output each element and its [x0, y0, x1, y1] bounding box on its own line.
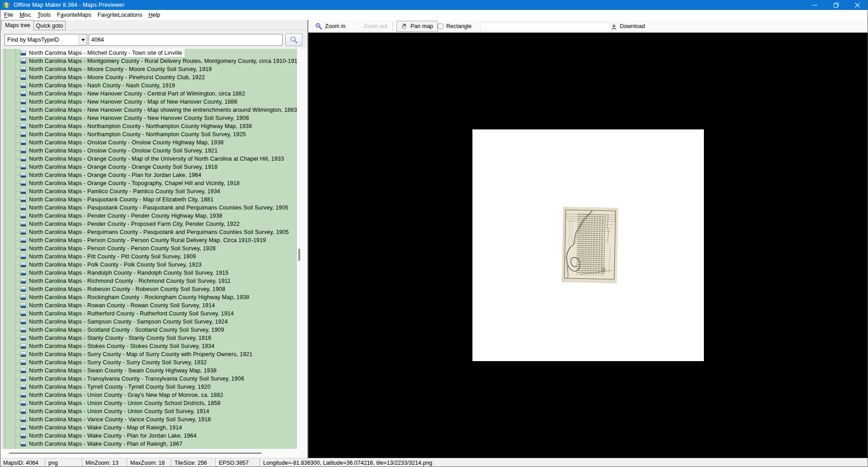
map-list-item[interactable]: North Carolina Maps - Onslow County - On… — [3, 147, 297, 155]
map-list-item[interactable]: North Carolina Maps - Pasquotank County … — [3, 195, 297, 204]
toolbar-input[interactable] — [480, 22, 609, 31]
map-list-item[interactable]: North Carolina Maps - Pender County - Pr… — [3, 220, 297, 228]
map-list-item[interactable]: North Carolina Maps - Union County - Uni… — [3, 399, 297, 407]
map-list-item[interactable]: North Carolina Maps - Person County - Pe… — [3, 236, 297, 244]
map-item-label: North Carolina Maps - New Hanover County… — [29, 98, 237, 106]
tab-maps-tree[interactable]: Maps tree — [1, 20, 34, 30]
map-list-item[interactable]: North Carolina Maps - New Hanover County… — [3, 90, 297, 98]
tree-connector — [15, 281, 20, 281]
map-list-item[interactable]: North Carolina Maps - Robeson County - R… — [3, 285, 297, 293]
map-list-item[interactable]: North Carolina Maps - Randolph County - … — [3, 269, 297, 277]
map-list-item[interactable]: North Carolina Maps - Pamlico County - P… — [3, 187, 297, 195]
map-list-item[interactable]: North Carolina Maps - New Hanover County… — [3, 106, 297, 114]
download-button[interactable]: Download — [611, 23, 645, 29]
map-item-icon — [20, 392, 26, 398]
map-item-label: North Carolina Maps - Randolph County - … — [29, 269, 229, 277]
map-list-item[interactable]: North Carolina Maps - Transylvania Count… — [3, 375, 297, 383]
map-item-label: North Carolina Maps - Tyrrell County - T… — [29, 383, 211, 391]
map-list-item[interactable]: North Carolina Maps - Pender County - Pe… — [3, 212, 297, 220]
map-list-item[interactable]: North Carolina Maps - Orange County - Or… — [3, 163, 297, 171]
download-icon — [611, 23, 617, 29]
map-item-icon — [20, 270, 26, 276]
tree-connector — [15, 362, 20, 363]
map-item-icon — [20, 254, 26, 259]
map-list-item[interactable]: North Carolina Maps - Rutherford County … — [3, 310, 297, 318]
tree-connector — [15, 273, 20, 273]
rectangle-button[interactable]: Rectangle — [438, 23, 472, 29]
map-list-item[interactable]: North Carolina Maps - Vance County - Van… — [3, 415, 297, 424]
map-list-item[interactable]: North Carolina Maps - Mitchell County - … — [3, 49, 297, 57]
map-list-item[interactable]: North Carolina Maps - Polk County - Polk… — [3, 261, 297, 269]
map-item-icon — [20, 229, 26, 235]
map-list-item[interactable]: North Carolina Maps - Orange County - Ma… — [3, 155, 297, 163]
map-list-item[interactable]: North Carolina Maps - Stanly County - St… — [3, 334, 297, 342]
restore-button[interactable] — [826, 0, 847, 10]
dropdown-arrow-icon[interactable] — [79, 34, 87, 45]
search-input[interactable] — [89, 34, 283, 46]
map-toolbar: Zoom in Zoom out Pan map Rectangle Downl… — [308, 20, 868, 33]
map-list-item[interactable]: North Carolina Maps - Northampton County… — [3, 130, 297, 138]
menu-item[interactable]: Help — [148, 12, 160, 18]
map-list-item[interactable]: North Carolina Maps - New Hanover County… — [3, 98, 297, 106]
status-bar: MapsID: 4064pngMinZoom: 13MaxZoom: 18Til… — [0, 458, 868, 467]
map-list-item[interactable]: North Carolina Maps - Moore County - Moo… — [3, 65, 297, 73]
map-list-item[interactable]: North Carolina Maps - Pitt County - Pitt… — [3, 253, 297, 261]
map-item-label: North Carolina Maps - Rutherford County … — [29, 310, 234, 318]
map-list-item[interactable]: North Carolina Maps - Swain County - Swa… — [3, 367, 297, 375]
tree-connector — [15, 411, 20, 412]
map-item-label: North Carolina Maps - Orange County - Or… — [29, 163, 217, 171]
menu-item[interactable]: Tools — [38, 12, 51, 18]
tab-quick-goto[interactable]: Quick goto — [34, 21, 66, 30]
map-list-item[interactable]: North Carolina Maps - Perquimans County … — [3, 228, 297, 236]
find-by-dropdown[interactable]: Find by MapsTypeID — [5, 34, 87, 46]
tree-connector — [15, 232, 20, 233]
map-canvas[interactable] — [308, 33, 868, 458]
map-list-item[interactable]: North Carolina Maps - Tyrrell County - T… — [3, 383, 297, 391]
menu-item[interactable]: FavoriteLocations — [98, 12, 142, 18]
map-list-item[interactable]: North Carolina Maps - Person County - Pe… — [3, 244, 297, 253]
minimize-button[interactable] — [804, 0, 826, 10]
map-list-item[interactable]: North Carolina Maps - Union County - Gra… — [3, 391, 297, 399]
map-item-label: North Carolina Maps - Pender County - Pe… — [29, 212, 222, 220]
map-list-item[interactable]: North Carolina Maps - Orange County - To… — [3, 179, 297, 187]
map-list-item[interactable]: North Carolina Maps - Scotland County - … — [3, 326, 297, 334]
map-list-item[interactable]: North Carolina Maps - New Hanover County… — [3, 114, 297, 122]
map-list-item[interactable]: North Carolina Maps - Wake County - Plan… — [3, 432, 297, 440]
zoom-in-button[interactable]: Zoom in — [315, 23, 345, 30]
map-list-item[interactable]: North Carolina Maps - Surry County - Sur… — [3, 358, 297, 367]
map-list-item[interactable]: North Carolina Maps - Wake County - Map … — [3, 424, 297, 432]
map-list-item[interactable]: North Carolina Maps - Rockingham County … — [3, 293, 297, 301]
close-button[interactable] — [847, 0, 868, 10]
map-list-item[interactable]: North Carolina Maps - Union County - Uni… — [3, 407, 297, 415]
map-item-icon — [20, 319, 26, 324]
status-segment: MapsID: 4064 — [0, 458, 45, 467]
menu-item[interactable]: FavoriteMaps — [57, 12, 91, 18]
map-item-icon — [20, 335, 26, 341]
map-list-item[interactable]: North Carolina Maps - Northampton County… — [3, 122, 297, 130]
zoom-out-button[interactable]: Zoom out — [363, 23, 387, 29]
map-list-item[interactable]: North Carolina Maps - Surry County - Map… — [3, 350, 297, 358]
map-list-item[interactable]: North Carolina Maps - Richmond County - … — [3, 277, 297, 285]
map-list-item[interactable]: North Carolina Maps - Orange County - Pl… — [3, 171, 297, 179]
pan-map-button[interactable]: Pan map — [396, 21, 438, 32]
map-item-icon — [20, 181, 26, 186]
map-item-label: North Carolina Maps - Moore County - Pin… — [29, 73, 205, 81]
map-list-item[interactable]: North Carolina Maps - Rowan County - Row… — [3, 301, 297, 310]
map-item-icon — [20, 172, 26, 178]
map-list-item[interactable]: North Carolina Maps - Nash County - Nash… — [3, 81, 297, 90]
map-list-item[interactable]: North Carolina Maps - Onslow County - On… — [3, 138, 297, 147]
map-item-label: North Carolina Maps - Wake County - Plan… — [29, 440, 183, 448]
menu-item[interactable]: Misc — [19, 12, 31, 18]
horizontal-scrollbar-thumb[interactable] — [9, 453, 261, 454]
map-list-item[interactable]: North Carolina Maps - Montgomery County … — [3, 57, 297, 65]
map-item-icon — [20, 425, 26, 430]
search-button[interactable] — [285, 33, 302, 46]
map-list-item[interactable]: North Carolina Maps - Moore County - Pin… — [3, 73, 297, 81]
map-list-item[interactable]: North Carolina Maps - Pasquotank County … — [3, 204, 297, 212]
vertical-scrollbar-thumb[interactable] — [298, 249, 300, 261]
menu-item[interactable]: File — [4, 12, 13, 18]
map-list-item[interactable]: North Carolina Maps - Stokes County - St… — [3, 342, 297, 350]
map-item-label: North Carolina Maps - Person County - Pe… — [29, 236, 266, 244]
map-list-item[interactable]: North Carolina Maps - Wake County - Plan… — [3, 440, 297, 448]
map-list-item[interactable]: North Carolina Maps - Sampson County - S… — [3, 318, 297, 326]
